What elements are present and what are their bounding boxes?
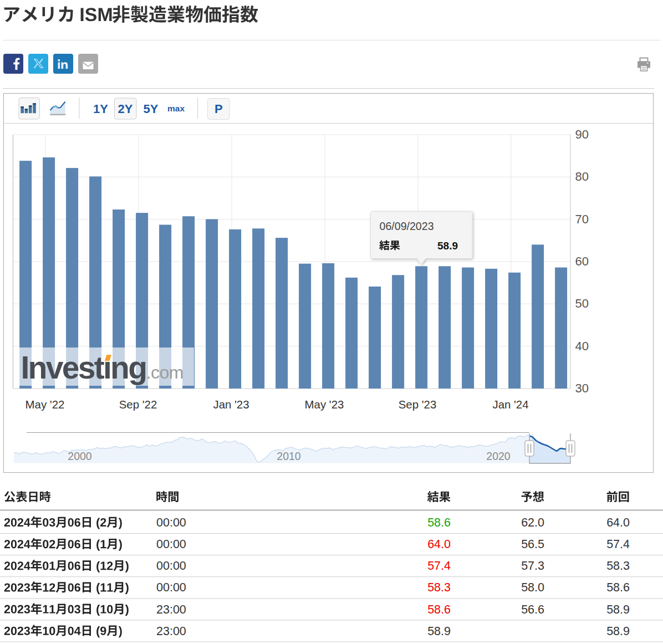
svg-text:58.3: 58.3 [427, 581, 451, 594]
svg-text:May '23: May '23 [305, 398, 344, 411]
svg-text:Sep '23: Sep '23 [399, 398, 437, 411]
svg-text:00:00: 00:00 [156, 581, 186, 594]
svg-text:57.4: 57.4 [427, 559, 451, 573]
svg-text:23:00: 23:00 [156, 625, 186, 638]
svg-text:58.0: 58.0 [521, 581, 544, 594]
svg-text:40: 40 [575, 339, 589, 353]
svg-text:1Y: 1Y [93, 102, 108, 116]
svg-text:Jan '23: Jan '23 [213, 398, 249, 411]
svg-text:06/09/2023: 06/09/2023 [380, 220, 434, 232]
svg-text:64.0: 64.0 [427, 538, 451, 551]
svg-text:58.9: 58.9 [427, 625, 451, 638]
svg-text:2Y: 2Y [118, 102, 133, 116]
svg-text:58.6: 58.6 [427, 516, 451, 529]
svg-text:58.6: 58.6 [606, 581, 630, 594]
svg-text:5Y: 5Y [144, 102, 159, 116]
svg-text:00:00: 00:00 [156, 559, 186, 573]
svg-text:58.9: 58.9 [437, 240, 458, 252]
svg-text:23:00: 23:00 [156, 603, 186, 616]
svg-text:56.6: 56.6 [521, 603, 544, 616]
svg-text:57.4: 57.4 [606, 538, 630, 551]
svg-text:00:00: 00:00 [156, 516, 186, 529]
svg-text:Sep '22: Sep '22 [119, 398, 157, 411]
svg-text:Jan '24: Jan '24 [492, 398, 528, 411]
svg-text:P: P [215, 102, 223, 116]
svg-text:57.3: 57.3 [521, 559, 544, 573]
svg-text:56.5: 56.5 [521, 538, 544, 551]
svg-text:58.3: 58.3 [606, 559, 630, 573]
svg-text:Investıng: Investıng [21, 350, 146, 385]
svg-text:58.6: 58.6 [427, 603, 451, 616]
svg-text:70: 70 [575, 212, 589, 226]
svg-text:2020: 2020 [486, 450, 511, 462]
svg-text:58.9: 58.9 [606, 625, 630, 638]
svg-text:May '22: May '22 [26, 398, 65, 411]
svg-text:60: 60 [575, 254, 589, 268]
svg-text:80: 80 [575, 170, 589, 183]
svg-text:.com: .com [146, 362, 183, 382]
svg-text:max: max [167, 104, 185, 113]
svg-text:00:00: 00:00 [156, 538, 186, 551]
svg-text:2000: 2000 [68, 450, 92, 462]
svg-text:90: 90 [575, 127, 589, 141]
svg-text:50: 50 [575, 297, 589, 310]
svg-text:30: 30 [575, 381, 589, 395]
svg-text:64.0: 64.0 [606, 516, 630, 529]
svg-text:2010: 2010 [277, 450, 301, 462]
svg-text:62.0: 62.0 [521, 516, 544, 529]
svg-text:58.9: 58.9 [606, 603, 630, 616]
